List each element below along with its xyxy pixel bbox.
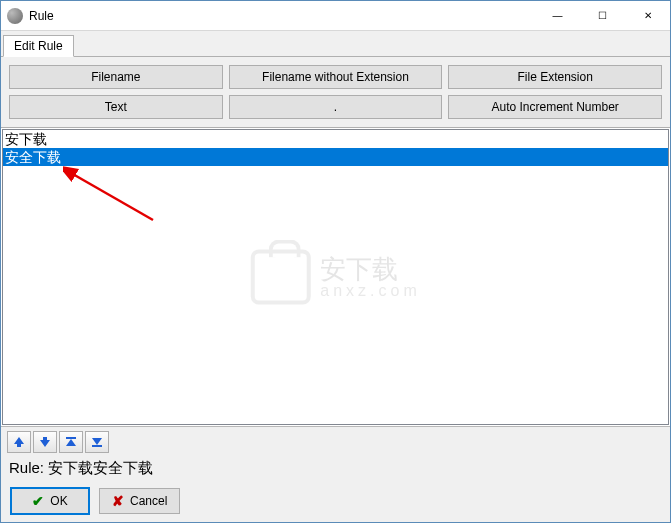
text-button[interactable]: Text xyxy=(9,95,223,119)
check-icon: ✔ xyxy=(32,493,44,509)
move-bottom-button[interactable] xyxy=(85,431,109,453)
auto-increment-button[interactable]: Auto Increment Number xyxy=(448,95,662,119)
filename-button[interactable]: Filename xyxy=(9,65,223,89)
bag-icon xyxy=(250,250,310,305)
rule-label: Rule: xyxy=(9,459,44,476)
arrow-bottom-icon xyxy=(90,435,104,449)
move-up-button[interactable] xyxy=(7,431,31,453)
svg-rect-1 xyxy=(66,437,76,439)
token-button-grid: Filename Filename without Extension File… xyxy=(1,57,670,128)
filename-no-ext-button[interactable]: Filename without Extension xyxy=(229,65,443,89)
watermark-text: 安下载 anxz.com xyxy=(320,255,420,299)
watermark: 安下载 anxz.com xyxy=(250,250,420,305)
window-controls: — ☐ ✕ xyxy=(535,1,670,30)
rule-parts-list[interactable]: 安下载 安全下载 安下载 anxz.com xyxy=(2,129,669,425)
move-down-button[interactable] xyxy=(33,431,57,453)
cross-icon: ✘ xyxy=(112,493,124,509)
close-button[interactable]: ✕ xyxy=(625,1,670,30)
arrow-top-icon xyxy=(64,435,78,449)
cancel-button[interactable]: ✘ Cancel xyxy=(99,488,180,514)
bottom-panel: Rule: 安下载安全下载 ✔ OK ✘ Cancel xyxy=(1,426,670,522)
arrow-up-icon xyxy=(12,435,26,449)
svg-line-0 xyxy=(71,173,153,220)
list-item[interactable]: 安下载 xyxy=(3,130,668,148)
reorder-buttons xyxy=(7,431,664,453)
arrow-down-icon xyxy=(38,435,52,449)
tab-edit-rule[interactable]: Edit Rule xyxy=(3,35,74,57)
ok-label: OK xyxy=(50,494,67,508)
dot-button[interactable]: . xyxy=(229,95,443,119)
window-title: Rule xyxy=(29,9,535,23)
ok-button[interactable]: ✔ OK xyxy=(11,488,89,514)
tab-bar: Edit Rule xyxy=(1,31,670,57)
annotation-arrow-icon xyxy=(63,165,163,225)
rule-value: 安下载安全下载 xyxy=(48,459,153,476)
file-extension-button[interactable]: File Extension xyxy=(448,65,662,89)
list-item[interactable]: 安全下载 xyxy=(3,148,668,166)
minimize-button[interactable]: — xyxy=(535,1,580,30)
svg-rect-2 xyxy=(92,445,102,447)
titlebar: Rule — ☐ ✕ xyxy=(1,1,670,31)
app-icon xyxy=(7,8,23,24)
rule-preview: Rule: 安下载安全下载 xyxy=(9,459,664,478)
cancel-label: Cancel xyxy=(130,494,167,508)
dialog-buttons: ✔ OK ✘ Cancel xyxy=(7,488,664,514)
maximize-button[interactable]: ☐ xyxy=(580,1,625,30)
move-top-button[interactable] xyxy=(59,431,83,453)
